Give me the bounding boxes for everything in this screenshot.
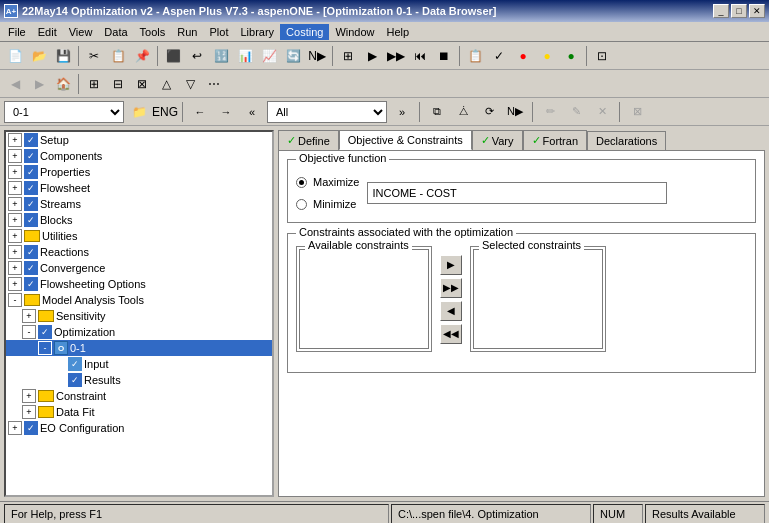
expand-blocks[interactable]: + [8,213,22,227]
tree-item-o1[interactable]: - O 0-1 [6,340,272,356]
tb-btn14[interactable]: ⏹ [433,45,455,67]
menu-edit[interactable]: Edit [32,24,63,40]
menu-file[interactable]: File [2,24,32,40]
nav-btn3[interactable]: ⟳ [478,101,500,123]
new-button[interactable]: 📄 [4,45,26,67]
expression-input[interactable] [367,182,667,204]
available-list[interactable] [299,249,429,349]
expand-constraint[interactable]: + [22,389,36,403]
expand-o1[interactable]: - [38,341,52,355]
copy-button[interactable]: 📋 [107,45,129,67]
expand-flowsheet[interactable]: + [8,181,22,195]
expand-reactions[interactable]: + [8,245,22,259]
maximize-radio[interactable] [296,177,307,188]
expand-setup[interactable]: + [8,133,22,147]
expand-eo[interactable]: + [8,421,22,435]
nav-icon-btn[interactable]: 📁 [128,101,150,123]
tree-item-utilities[interactable]: + Utilities [6,228,272,244]
expand-optimization[interactable]: - [22,325,36,339]
tree-item-setup[interactable]: + ✓ Setup [6,132,272,148]
tb-btn13[interactable]: ⏮ [409,45,431,67]
move-left-all-btn[interactable]: ◀◀ [440,324,462,344]
tb-btn4[interactable]: ↩ [186,45,208,67]
tb-red[interactable]: ● [512,45,534,67]
expand-datafit[interactable]: + [22,405,36,419]
tb2-btn5[interactable]: ▽ [179,73,201,95]
tree-item-streams[interactable]: + ✓ Streams [6,196,272,212]
tb2-btn1[interactable]: ⊞ [83,73,105,95]
tree-item-model-analysis[interactable]: - Model Analysis Tools [6,292,272,308]
tree-item-input[interactable]: ✓ Input [6,356,272,372]
tree-item-constraint[interactable]: + Constraint [6,388,272,404]
move-right-btn[interactable]: ▶ [440,255,462,275]
tree-item-components[interactable]: + ✓ Components [6,148,272,164]
tb-btn15[interactable]: 📋 [464,45,486,67]
nav-left-btn[interactable]: ← [189,101,211,123]
tb2-btn3[interactable]: ⊠ [131,73,153,95]
nav-right-btn[interactable]: → [215,101,237,123]
tab-define[interactable]: ✓ Define [278,130,339,150]
tb-btn12[interactable]: ▶▶ [385,45,407,67]
tb-yellow[interactable]: ● [536,45,558,67]
minimize-button[interactable]: _ [713,4,729,18]
nav-prev-btn[interactable]: « [241,101,263,123]
nav-btn4[interactable]: N▶ [504,101,526,123]
back-button[interactable]: ◀ [4,73,26,95]
tree-item-convergence[interactable]: + ✓ Convergence [6,260,272,276]
tree-item-flowsheeting[interactable]: + ✓ Flowsheeting Options [6,276,272,292]
tree-item-flowsheet[interactable]: + ✓ Flowsheet [6,180,272,196]
menu-help[interactable]: Help [381,24,416,40]
move-left-btn[interactable]: ◀ [440,301,462,321]
tb-btn9[interactable]: N▶ [306,45,328,67]
expand-flowsheeting[interactable]: + [8,277,22,291]
tab-fortran[interactable]: ✓ Fortran [523,130,587,150]
tree-item-results[interactable]: ✓ Results [6,372,272,388]
menu-data[interactable]: Data [98,24,133,40]
tb-btn11[interactable]: ▶ [361,45,383,67]
menu-costing[interactable]: Costing [280,24,329,40]
tb-green[interactable]: ● [560,45,582,67]
tree-item-datafit[interactable]: + Data Fit [6,404,272,420]
nav-btn1[interactable]: ⧉ [426,101,448,123]
menu-tools[interactable]: Tools [134,24,172,40]
tb-btn10[interactable]: ⊞ [337,45,359,67]
paste-button[interactable]: 📌 [131,45,153,67]
nav-eng-btn[interactable]: ENG [154,101,176,123]
tb-btn8[interactable]: 🔄 [282,45,304,67]
tree-item-sensitivity[interactable]: + Sensitivity [6,308,272,324]
tb-btn7[interactable]: 📈 [258,45,280,67]
tb-btn16[interactable]: ✓ [488,45,510,67]
selected-list[interactable] [473,249,603,349]
tb2-btn2[interactable]: ⊟ [107,73,129,95]
forward-button[interactable]: ▶ [28,73,50,95]
maximize-button[interactable]: □ [731,4,747,18]
menu-run[interactable]: Run [171,24,203,40]
expand-model-analysis[interactable]: - [8,293,22,307]
expand-components[interactable]: + [8,149,22,163]
save-button[interactable]: 💾 [52,45,74,67]
close-button[interactable]: ✕ [749,4,765,18]
expand-sensitivity[interactable]: + [22,309,36,323]
tb2-btn4[interactable]: △ [155,73,177,95]
tree-item-properties[interactable]: + ✓ Properties [6,164,272,180]
tree-item-reactions[interactable]: + ✓ Reactions [6,244,272,260]
expand-utilities[interactable]: + [8,229,22,243]
tree-item-optimization[interactable]: - ✓ Optimization [6,324,272,340]
tb-btn17[interactable]: ⊡ [591,45,613,67]
title-bar-buttons[interactable]: _ □ ✕ [713,4,765,18]
open-button[interactable]: 📂 [28,45,50,67]
nav-btn2[interactable]: ⧊ [452,101,474,123]
expand-properties[interactable]: + [8,165,22,179]
tab-declarations[interactable]: Declarations [587,131,666,150]
menu-library[interactable]: Library [234,24,280,40]
move-right-all-btn[interactable]: ▶▶ [440,278,462,298]
minimize-radio[interactable] [296,199,307,210]
maximize-radio-row[interactable]: Maximize [296,176,359,188]
expand-streams[interactable]: + [8,197,22,211]
nav-dropdown[interactable]: 0-1 [4,101,124,123]
tb-btn6[interactable]: 📊 [234,45,256,67]
menu-plot[interactable]: Plot [203,24,234,40]
tab-objective[interactable]: Objective & Constraints [339,130,472,150]
nav-next-btn[interactable]: » [391,101,413,123]
menu-window[interactable]: Window [329,24,380,40]
